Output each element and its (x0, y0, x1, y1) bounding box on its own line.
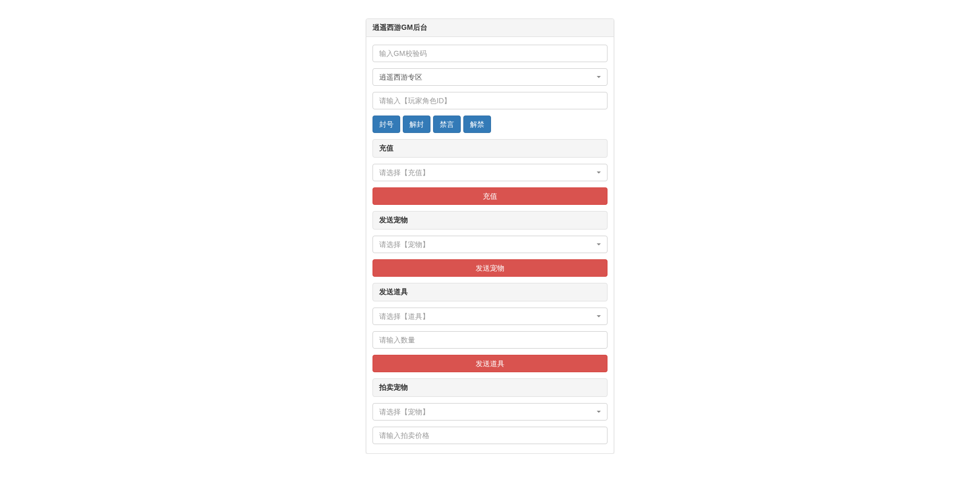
recharge-select[interactable]: 请选择【充值】 (373, 164, 607, 181)
send-item-section-title: 发送道具 (373, 283, 607, 301)
mute-button[interactable]: 禁言 (433, 116, 461, 133)
caret-down-icon (597, 411, 601, 413)
caret-down-icon (597, 243, 601, 245)
recharge-select-value: 请选择【充值】 (379, 168, 429, 177)
auction-pet-select[interactable]: 请选择【宠物】 (373, 403, 607, 420)
server-select-value: 逍遥西游专区 (379, 73, 422, 81)
send-item-select-value: 请选择【道具】 (379, 312, 429, 320)
panel-body: 逍遥西游专区 封号 解封 禁言 解禁 充值 请选择【充值】 充 (366, 37, 614, 453)
caret-down-icon (597, 76, 601, 78)
auction-pet-select-value: 请选择【宠物】 (379, 408, 429, 416)
server-select[interactable]: 逍遥西游专区 (373, 68, 607, 86)
send-pet-select-value: 请选择【宠物】 (379, 240, 429, 249)
recharge-section-title: 充值 (373, 139, 607, 158)
account-action-row: 封号 解封 禁言 解禁 (373, 116, 607, 133)
auction-pet-section-title: 拍卖宠物 (373, 378, 607, 397)
admin-panel: 逍遥西游GM后台 逍遥西游专区 封号 解封 禁言 解禁 充值 (366, 18, 614, 454)
send-item-select[interactable]: 请选择【道具】 (373, 308, 607, 325)
panel-title: 逍遥西游GM后台 (366, 19, 614, 37)
unmute-button[interactable]: 解禁 (463, 116, 491, 133)
send-pet-select[interactable]: 请选择【宠物】 (373, 236, 607, 253)
send-pet-section-title: 发送宠物 (373, 211, 607, 230)
item-quantity-input[interactable] (373, 331, 607, 349)
recharge-button[interactable]: 充值 (373, 187, 607, 205)
caret-down-icon (597, 171, 601, 174)
player-id-input[interactable] (373, 92, 607, 109)
ban-button[interactable]: 封号 (373, 116, 400, 133)
send-item-button[interactable]: 发送道具 (373, 355, 607, 372)
auction-price-input[interactable] (373, 427, 607, 444)
gm-code-input[interactable] (373, 45, 607, 62)
send-pet-button[interactable]: 发送宠物 (373, 259, 607, 277)
unban-button[interactable]: 解封 (403, 116, 430, 133)
caret-down-icon (597, 315, 601, 317)
